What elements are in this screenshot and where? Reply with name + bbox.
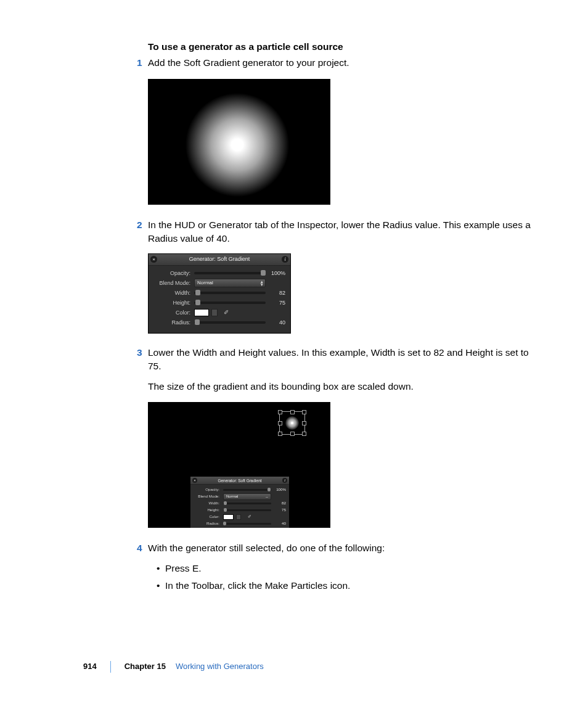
width-slider[interactable] xyxy=(194,292,266,294)
step-3-text: Lower the Width and Height values. In th… xyxy=(148,346,542,374)
hud-overlay-title-bar: × Generator: Soft Gradient i xyxy=(190,477,289,485)
figure-viewer-with-hud: × Generator: Soft Gradient i Opacity: 10… xyxy=(148,402,330,528)
hud-panel-overlay: × Generator: Soft Gradient i Opacity: 10… xyxy=(190,476,290,528)
page-number: 914 xyxy=(83,661,111,673)
radius-label: Radius: xyxy=(153,319,194,327)
blend-mode-select[interactable]: Normal xyxy=(223,493,271,500)
step-2: In the HUD or Generator tab of the Inspe… xyxy=(148,218,542,334)
info-icon[interactable]: i xyxy=(282,478,287,483)
step-1-text: Add the Soft Gradient generator to your … xyxy=(148,56,542,70)
step-list: Add the Soft Gradient generator to your … xyxy=(148,56,542,593)
height-slider[interactable] xyxy=(194,302,266,304)
figure-soft-gradient-large xyxy=(148,79,330,205)
color-stepper[interactable] xyxy=(211,309,218,316)
chapter-label: Chapter 15 xyxy=(111,661,171,673)
step-4: With the generator still selected, do on… xyxy=(148,541,542,593)
step-4-bullets: Press E. In the Toolbar, click the Make … xyxy=(148,562,542,593)
hud-overlay-title: Generator: Soft Gradient xyxy=(218,478,261,483)
width-value: 82 xyxy=(266,289,285,297)
close-icon[interactable]: × xyxy=(192,478,197,483)
close-icon[interactable]: × xyxy=(150,256,157,263)
hud-row-opacity: Opacity: 100% xyxy=(153,269,285,278)
soft-gradient-glow xyxy=(185,92,290,197)
bullet-press-e: Press E. xyxy=(157,562,542,575)
hud-row-blend: Blend Mode: Normal▴▾ xyxy=(153,279,285,288)
radius-slider[interactable] xyxy=(194,321,266,324)
opacity-slider[interactable] xyxy=(223,489,271,491)
hud-title: Generator: Soft Gradient xyxy=(189,255,250,263)
step-3: Lower the Width and Height values. In th… xyxy=(148,346,542,528)
hud-row-width: Width: 82 xyxy=(153,289,285,298)
height-slider[interactable] xyxy=(223,509,271,511)
color-swatch[interactable] xyxy=(223,514,234,520)
height-label: Height: xyxy=(153,299,194,307)
bounding-box[interactable] xyxy=(279,411,305,435)
info-icon[interactable]: i xyxy=(282,256,288,263)
hud-panel: × Generator: Soft Gradient i Opacity: 10… xyxy=(148,253,291,334)
page-footer: 914 Chapter 15 Working with Generators xyxy=(83,661,264,673)
radius-value: 40 xyxy=(266,319,285,327)
step-2-text: In the HUD or Generator tab of the Inspe… xyxy=(148,218,542,246)
color-stepper[interactable] xyxy=(236,514,241,520)
step-4-text: With the generator still selected, do on… xyxy=(148,541,542,555)
opacity-label: Opacity: xyxy=(153,269,194,277)
chapter-title: Working with Generators xyxy=(171,661,264,673)
eyedropper-icon[interactable]: ✐ xyxy=(223,308,230,318)
radius-slider[interactable] xyxy=(223,523,271,525)
section-heading: To use a generator as a particle cell so… xyxy=(148,40,542,54)
hud-body: Opacity: 100% Blend Mode: Normal▴▾ Width… xyxy=(149,266,290,333)
color-label: Color: xyxy=(153,309,194,317)
bullet-make-particles: In the Toolbar, click the Make Particles… xyxy=(157,579,542,593)
blend-mode-select[interactable]: Normal▴▾ xyxy=(194,279,266,287)
width-label: Width: xyxy=(153,289,194,297)
width-slider[interactable] xyxy=(223,503,271,504)
step-3-followup: The size of the gradient and its boundin… xyxy=(148,380,542,393)
step-1: Add the Soft Gradient generator to your … xyxy=(148,56,542,204)
color-swatch[interactable] xyxy=(194,309,209,316)
opacity-value: 100% xyxy=(266,269,285,277)
hud-row-radius: Radius: 40 xyxy=(153,318,285,327)
hud-row-height: Height: 75 xyxy=(153,298,285,308)
opacity-slider[interactable] xyxy=(194,272,266,274)
eyedropper-icon[interactable]: ✐ xyxy=(246,514,253,520)
height-value: 75 xyxy=(266,299,285,307)
hud-row-color: Color: ✐ xyxy=(153,308,285,318)
page-content: To use a generator as a particle cell so… xyxy=(148,40,542,599)
blend-label: Blend Mode: xyxy=(153,279,194,287)
hud-title-bar: × Generator: Soft Gradient i xyxy=(149,254,290,266)
